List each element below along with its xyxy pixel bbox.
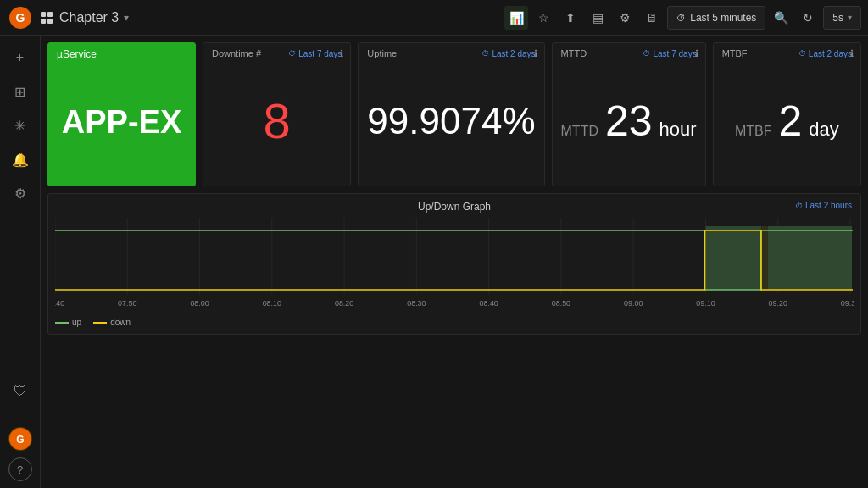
uptime-title: Uptime: [367, 48, 397, 58]
sidebar-item-shield[interactable]: 🛡: [5, 376, 36, 407]
graph-legend: up down: [55, 318, 854, 327]
sidebar-item-grid[interactable]: ⊞: [5, 76, 36, 107]
star-icon[interactable]: ☆: [531, 6, 555, 30]
uptime-body: 99.9074%: [367, 62, 535, 180]
downtime-time-label: Last 7 days: [298, 49, 342, 58]
mttd-title: MTTD: [561, 48, 587, 58]
time-range-btn[interactable]: ⏱ Last 5 minutes: [667, 6, 765, 30]
svg-text:09:10: 09:10: [696, 299, 715, 308]
avatar[interactable]: G: [8, 427, 32, 451]
legend-up-label: up: [72, 318, 81, 327]
uptime-info-icon[interactable]: ℹ: [534, 48, 537, 59]
share-icon[interactable]: ⬆: [559, 6, 582, 30]
svg-text:09:30: 09:30: [841, 299, 854, 308]
mttd-body: MTTD 23 hour: [561, 62, 697, 180]
microservice-body: APP-EX: [57, 64, 186, 180]
svg-text:G: G: [16, 11, 25, 25]
dropdown-arrow: ▾: [124, 12, 129, 24]
svg-text:G: G: [16, 434, 24, 446]
svg-text:08:00: 08:00: [190, 299, 209, 308]
sidebar-item-alerts[interactable]: 🔔: [5, 144, 36, 175]
downtime-card: Downtime # ⏱ Last 7 days 8 ℹ: [203, 42, 351, 186]
svg-text:07:50: 07:50: [118, 299, 136, 308]
svg-text:08:10: 08:10: [263, 299, 281, 308]
table-icon[interactable]: ▤: [586, 6, 609, 30]
graph-time: ⏱ Last 2 hours: [795, 201, 852, 210]
bar-chart-icon[interactable]: 📊: [504, 6, 528, 30]
grafana-logo[interactable]: G: [7, 4, 34, 31]
app-name: APP-EX: [62, 104, 181, 141]
downtime-value: 8: [264, 97, 291, 146]
help-icon[interactable]: ?: [8, 458, 32, 481]
topbar-left: G Chapter 3 ▾: [7, 4, 129, 31]
svg-text:08:40: 08:40: [479, 299, 498, 308]
sidebar-item-star[interactable]: ✳: [5, 110, 36, 141]
mttd-container: MTTD 23 hour: [561, 100, 697, 142]
downtime-title: Downtime #: [212, 48, 261, 58]
updown-graph-svg: 07:40 07:50 08:00 08:10 08:20 08:30 08:4…: [55, 218, 854, 311]
microservice-card: µService APP-EX: [47, 42, 196, 186]
mttd-prefix: MTTD: [561, 124, 598, 139]
interval-arrow: ▾: [848, 13, 852, 22]
legend-up-line: [55, 322, 69, 324]
mtbf-time: ⏱ Last 2 days: [798, 49, 852, 58]
downtime-info-icon[interactable]: ℹ: [340, 48, 343, 59]
refresh-interval-btn[interactable]: 5s ▾: [823, 6, 861, 30]
svg-text:08:20: 08:20: [335, 299, 353, 308]
graph-time-label: Last 2 hours: [805, 201, 852, 210]
content-area: µService APP-EX Downtime # ⏱ Last 7 days…: [41, 36, 868, 488]
mtbf-value: 2: [778, 100, 802, 142]
svg-text:07:40: 07:40: [55, 299, 64, 308]
svg-rect-19: [768, 226, 852, 290]
mtbf-card: MTBF ⏱ Last 2 days MTBF 2 day ℹ: [713, 42, 861, 186]
graph-card: Up/Down Graph ⏱ Last 2 hours: [47, 193, 861, 335]
mttd-value: 23: [605, 100, 653, 142]
mtbf-title: MTBF: [722, 48, 748, 58]
sidebar-item-settings[interactable]: ⚙: [5, 178, 36, 208]
mttd-info-icon[interactable]: ℹ: [695, 48, 698, 59]
monitor-icon[interactable]: 🖥: [640, 6, 664, 30]
grid-icon: [41, 12, 53, 24]
legend-up: up: [55, 318, 81, 327]
chapter-title[interactable]: Chapter 3 ▾: [59, 10, 129, 25]
time-range-label: Last 5 minutes: [690, 12, 756, 24]
downtime-time: ⏱ Last 7 days: [288, 49, 342, 58]
mttd-header: MTTD ⏱ Last 7 days: [561, 48, 697, 58]
svg-text:08:50: 08:50: [552, 299, 570, 308]
mttd-unit: hour: [659, 119, 697, 141]
uptime-time-label: Last 2 days: [492, 49, 535, 58]
mtbf-header: MTBF ⏱ Last 2 days: [722, 48, 852, 58]
topbar: G Chapter 3 ▾ 📊 ☆ ⬆ ▤ ⚙ 🖥 ⏱ Last 5 minut…: [0, 0, 868, 36]
search-icon[interactable]: 🔍: [769, 6, 793, 30]
mtbf-prefix: MTBF: [735, 124, 772, 139]
metrics-row: µService APP-EX Downtime # ⏱ Last 7 days…: [47, 42, 861, 186]
svg-text:09:20: 09:20: [769, 299, 787, 308]
downtime-header: Downtime # ⏱ Last 7 days: [212, 48, 342, 58]
mtbf-info-icon[interactable]: ℹ: [850, 48, 854, 59]
svg-rect-18: [761, 226, 768, 290]
legend-down: down: [93, 318, 131, 327]
uptime-time: ⏱ Last 2 days: [481, 49, 535, 58]
mttd-time-label: Last 7 days: [653, 49, 696, 58]
uptime-header: Uptime ⏱ Last 2 days: [367, 48, 535, 58]
mttd-card: MTTD ⏱ Last 7 days MTTD 23 hour ℹ: [552, 42, 706, 186]
mtbf-container: MTBF 2 day: [735, 100, 839, 142]
main-layout: + ⊞ ✳ 🔔 ⚙ 🛡 G ? µService APP-EX: [0, 36, 868, 488]
mtbf-body: MTBF 2 day: [722, 62, 852, 180]
mtbf-time-label: Last 2 days: [809, 49, 852, 58]
graph-title: Up/Down Graph: [55, 201, 854, 213]
downtime-body: 8: [212, 62, 342, 180]
svg-text:08:30: 08:30: [407, 299, 426, 308]
legend-down-label: down: [110, 318, 131, 327]
sidebar-item-add[interactable]: +: [5, 42, 36, 73]
legend-down-line: [93, 322, 107, 324]
uptime-card: Uptime ⏱ Last 2 days 99.9074% ℹ: [358, 42, 544, 186]
svg-rect-17: [705, 226, 760, 290]
chapter-title-text: Chapter 3: [59, 10, 119, 25]
uptime-value: 99.9074%: [367, 103, 535, 140]
settings-icon[interactable]: ⚙: [613, 6, 637, 30]
mttd-time: ⏱ Last 7 days: [643, 49, 696, 58]
refresh-icon[interactable]: ↻: [796, 6, 820, 30]
svg-text:09:00: 09:00: [624, 299, 643, 308]
microservice-title: µService: [57, 48, 97, 60]
